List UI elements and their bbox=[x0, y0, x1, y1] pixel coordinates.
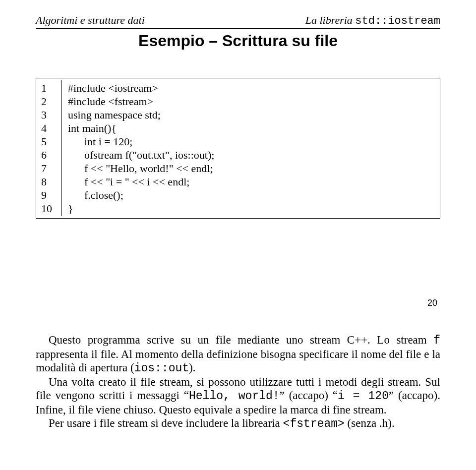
text: (senza .h). bbox=[345, 417, 395, 429]
line-number: 6 bbox=[41, 148, 57, 162]
line-number-column: 1 2 3 4 5 6 7 8 9 10 bbox=[40, 80, 62, 216]
inline-code: f bbox=[433, 334, 440, 347]
page: Algoritmi e strutture dati La libreria s… bbox=[0, 0, 476, 470]
code-line: #include <iostream> bbox=[68, 81, 214, 95]
header-line: Algoritmi e strutture dati La libreria s… bbox=[36, 14, 440, 29]
line-number: 3 bbox=[41, 108, 57, 121]
code-line: f << "i = " << i << endl; bbox=[68, 175, 214, 188]
line-number: 1 bbox=[41, 81, 57, 95]
text: ). bbox=[189, 361, 195, 374]
code-line: f.close(); bbox=[68, 188, 214, 202]
code-line: int main(){ bbox=[68, 121, 214, 135]
slide-number: 20 bbox=[36, 298, 440, 308]
code-line: #include <fstream> bbox=[68, 95, 214, 108]
page-title: Esempio – Scrittura su file bbox=[36, 32, 440, 50]
paragraph-2: Una volta creato il file stream, si poss… bbox=[36, 375, 440, 416]
text: Questo programma scrive su un file media… bbox=[49, 334, 433, 346]
paragraph-1: Questo programma scrive su un file media… bbox=[36, 333, 440, 375]
header-right-italic: La libreria bbox=[305, 14, 356, 26]
inline-code: Hello, world! bbox=[189, 390, 280, 403]
text: Per usare i file stream si deve includer… bbox=[49, 417, 283, 429]
line-number: 7 bbox=[41, 162, 57, 175]
code-box: 1 2 3 4 5 6 7 8 9 10 #include <iostream>… bbox=[36, 78, 440, 219]
body-text: Questo programma scrive su un file media… bbox=[36, 333, 440, 431]
line-number: 9 bbox=[41, 188, 57, 202]
text: rappresenta il file. Al momento della de… bbox=[36, 348, 440, 374]
header-right: La libreria std::iostream bbox=[305, 14, 440, 27]
code-line: int i = 120; bbox=[68, 135, 214, 148]
line-number: 4 bbox=[41, 121, 57, 135]
line-number: 2 bbox=[41, 95, 57, 108]
code-line: } bbox=[68, 202, 214, 215]
inline-code: i = 120 bbox=[338, 390, 389, 403]
code-line: using namespace std; bbox=[68, 108, 214, 121]
paragraph-3: Per usare i file stream si deve includer… bbox=[36, 416, 440, 431]
line-number: 5 bbox=[41, 135, 57, 148]
header-right-mono: std::iostream bbox=[355, 15, 440, 27]
code-line: ofstream f("out.txt", ios::out); bbox=[68, 148, 214, 162]
code-column: #include <iostream> #include <fstream> u… bbox=[62, 80, 214, 216]
text: ” (accapo) “ bbox=[280, 389, 338, 402]
line-number: 8 bbox=[41, 175, 57, 188]
line-number: 10 bbox=[41, 202, 57, 215]
code-line: f << "Hello, world!" << endl; bbox=[68, 162, 214, 175]
inline-code: ios::out bbox=[134, 362, 189, 375]
inline-code: <fstream> bbox=[283, 417, 345, 430]
header-left: Algoritmi e strutture dati bbox=[36, 14, 145, 27]
